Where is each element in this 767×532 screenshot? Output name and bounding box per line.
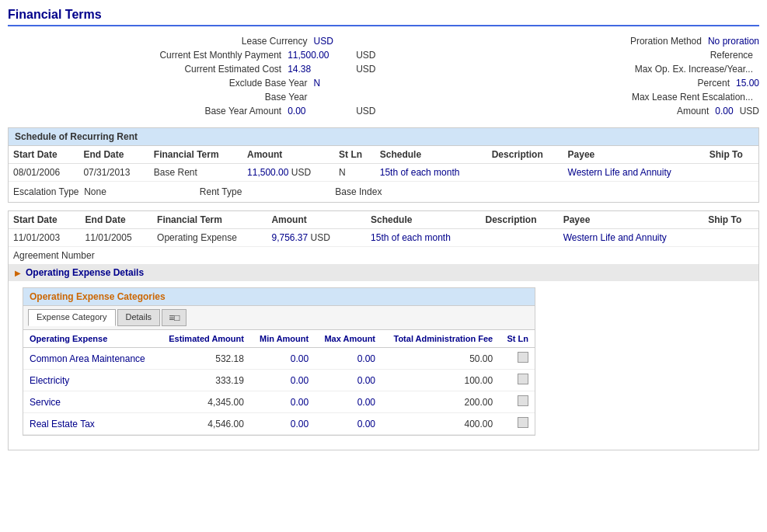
- s2-financial-term: Operating Expense: [152, 229, 267, 247]
- schedule2-agreement-row: Agreement Number: [9, 247, 758, 265]
- label-amount: Amount: [677, 106, 709, 116]
- top-section: Lease Currency USD Current Est Monthly P…: [8, 36, 759, 120]
- checkbox-service[interactable]: [518, 395, 528, 406]
- field-exclude-base-year: Exclude Base Year N: [8, 78, 376, 89]
- col-description: Description: [487, 146, 563, 164]
- col2-schedule: Schedule: [366, 211, 480, 229]
- currency-current-estimated-cost: USD: [356, 64, 375, 75]
- op-details-section: ▶ Operating Expense Details: [9, 264, 758, 281]
- col-amount: Amount: [242, 146, 334, 164]
- s1-start-date: 08/01/2006: [9, 164, 78, 182]
- op-estimated-service: 4,345.00: [158, 391, 250, 413]
- col-st-ln: St Ln: [334, 146, 375, 164]
- s1-payee: Western Life and Annuity: [563, 164, 705, 182]
- col-schedule: Schedule: [375, 146, 487, 164]
- op-total-electricity: 100.00: [382, 370, 499, 391]
- currency-base-year-amount: USD: [356, 106, 375, 116]
- checkbox-common-area[interactable]: [518, 352, 528, 363]
- label-agreement-number: Agreement Number: [13, 250, 95, 261]
- label-proration-method: Proration Method: [630, 36, 702, 47]
- tab-icon[interactable]: ≡□: [162, 309, 187, 326]
- s1-schedule: 15th of each month: [375, 164, 487, 182]
- schedule1-header: Schedule of Recurring Rent: [9, 128, 758, 146]
- label-max-lease-rent: Max Lease Rent Escalation...: [632, 92, 753, 103]
- op-estimated-electricity: 333.19: [158, 370, 250, 391]
- op-estimated-common-area: 532.18: [158, 348, 250, 370]
- field-base-year: Base Year: [8, 92, 376, 103]
- value-current-estimated-cost: 14.38: [288, 64, 350, 75]
- checkbox-real-estate[interactable]: [518, 417, 528, 428]
- col2-start-date: Start Date: [9, 211, 81, 229]
- op-max-common-area: 0.00: [315, 348, 382, 370]
- label-percent: Percent: [698, 78, 730, 89]
- col-payee: Payee: [563, 146, 705, 164]
- value-percent: 15.00: [736, 78, 759, 89]
- col2-description: Description: [480, 211, 558, 229]
- s1-escalation-type: Escalation Type None: [13, 186, 106, 197]
- op-max-real-estate: 0.00: [315, 413, 382, 435]
- s2-description: [480, 229, 558, 247]
- label-lease-currency: Lease Currency: [242, 36, 308, 47]
- field-max-op-ex: Max Op. Ex. Increase/Year...: [392, 64, 760, 75]
- schedule1-sub-row: Escalation Type None Rent Type Base Inde…: [9, 182, 758, 203]
- schedule-operating-expense: Start Date End Date Financial Term Amoun…: [8, 210, 759, 450]
- label-base-year-amount: Base Year Amount: [204, 106, 281, 116]
- s2-agreement: Agreement Number: [9, 247, 758, 265]
- op-stln-service: [499, 391, 535, 413]
- top-left-fields: Lease Currency USD Current Est Monthly P…: [8, 36, 376, 120]
- label-current-est-monthly: Current Est Monthly Payment: [159, 50, 281, 61]
- s2-start-date: 11/01/2003: [9, 229, 81, 247]
- op-min-service: 0.00: [250, 391, 315, 413]
- field-lease-currency: Lease Currency USD: [8, 36, 376, 47]
- tab-details[interactable]: Details: [117, 309, 161, 326]
- s2-amount: 9,756.37 USD: [267, 229, 354, 247]
- op-min-electricity: 0.00: [250, 370, 315, 391]
- page-title: Financial Terms: [8, 8, 759, 26]
- currency-current-est-monthly: USD: [356, 50, 375, 61]
- tab-expense-category[interactable]: Expense Category: [28, 309, 116, 326]
- schedule1-row-1: 08/01/2006 07/31/2013 Base Rent 11,500.0…: [9, 164, 758, 182]
- field-max-lease-rent: Max Lease Rent Escalation...: [392, 92, 760, 103]
- op-total-service: 200.00: [382, 391, 499, 413]
- label-exclude-base-year: Exclude Base Year: [229, 78, 308, 89]
- value-base-year-amount: 0.00: [288, 106, 350, 116]
- op-col-total-admin: Total Administration Fee: [382, 330, 499, 348]
- col2-end-date: End Date: [81, 211, 153, 229]
- op-col-min: Min Amount: [250, 330, 315, 348]
- op-cat-header: Operating Expense Categories: [23, 288, 535, 306]
- op-name-common-area: Common Area Maintenance: [23, 348, 158, 370]
- schedule2-table: Start Date End Date Financial Term Amoun…: [9, 211, 758, 264]
- field-current-estimated-cost: Current Estimated Cost 14.38 USD: [8, 64, 376, 75]
- s2-schedule: 15th of each month: [366, 229, 480, 247]
- s1-end-date: 07/31/2013: [78, 164, 148, 182]
- s1-ship-to: [705, 164, 758, 182]
- label-base-year: Base Year: [265, 92, 308, 103]
- value-escalation-type: None: [84, 186, 106, 197]
- field-amount: Amount 0.00 USD: [392, 106, 760, 116]
- s1-base-index: Base Index: [335, 186, 382, 197]
- field-base-year-amount: Base Year Amount 0.00 USD: [8, 106, 376, 116]
- op-categories-wrapper: Operating Expense Categories Expense Cat…: [9, 281, 758, 450]
- op-row-common-area: Common Area Maintenance 532.18 0.00 0.00…: [23, 348, 535, 370]
- col-start-date: Start Date: [9, 146, 78, 164]
- s2-payee: Western Life and Annuity: [559, 229, 703, 247]
- col-end-date: End Date: [78, 146, 148, 164]
- s1-amount: 11,500.00 USD: [242, 164, 334, 182]
- op-min-real-estate: 0.00: [250, 413, 315, 435]
- op-stln-electricity: [499, 370, 535, 391]
- op-estimated-real-estate: 4,546.00: [158, 413, 250, 435]
- value-exclude-base-year: N: [314, 78, 376, 89]
- schedule-recurring-rent: Schedule of Recurring Rent Start Date En…: [8, 127, 759, 203]
- op-row-real-estate: Real Estate Tax 4,546.00 0.00 0.00 400.0…: [23, 413, 535, 435]
- col-ship-to: Ship To: [705, 146, 758, 164]
- op-total-real-estate: 400.00: [382, 413, 499, 435]
- col2-financial-term: Financial Term: [152, 211, 267, 229]
- checkbox-electricity[interactable]: [518, 374, 528, 384]
- value-lease-currency: USD: [314, 36, 376, 47]
- op-row-electricity: Electricity 333.19 0.00 0.00 100.00: [23, 370, 535, 391]
- label-max-op-ex: Max Op. Ex. Increase/Year...: [635, 64, 753, 75]
- col-financial-term: Financial Term: [149, 146, 242, 164]
- label-reference: Reference: [710, 50, 753, 61]
- op-col-st-ln: St Ln: [499, 330, 535, 348]
- value-current-est-monthly: 11,500.00: [288, 50, 350, 61]
